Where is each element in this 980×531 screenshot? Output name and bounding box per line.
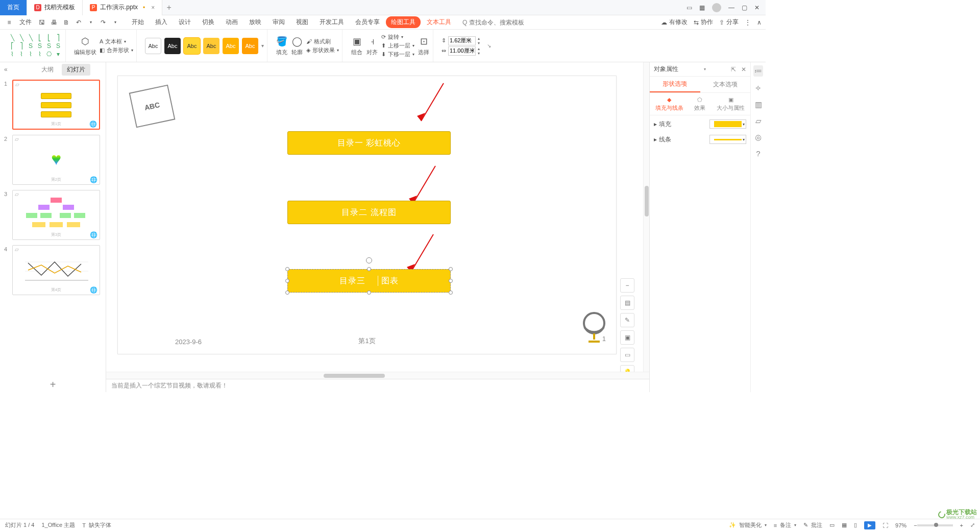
resize-handle[interactable] (367, 267, 371, 271)
toc-bar-3-selected[interactable]: 目录三图表 (287, 269, 451, 293)
ribbon-tab-design[interactable]: 设计 (174, 16, 196, 28)
ribbon-tab-animation[interactable]: 动画 (220, 16, 243, 28)
collab-button[interactable]: ⇆协作 (694, 18, 713, 27)
pin-icon[interactable]: ⇱ (731, 66, 736, 73)
line-tool[interactable]: ⎤ (17, 42, 26, 50)
unsaved-indicator[interactable]: ☁有修改 (661, 18, 688, 27)
user-avatar[interactable] (712, 3, 721, 12)
ribbon-tab-view[interactable]: 视图 (291, 16, 313, 28)
preview-icon[interactable]: 🗎 (61, 17, 71, 28)
ribbon-tab-member[interactable]: 会员专享 (350, 16, 385, 28)
outline-button[interactable]: ◯轮廓 (291, 35, 303, 56)
prop-tab-shape[interactable]: 形状选项 (650, 77, 700, 92)
add-slide-button[interactable]: + (0, 377, 106, 392)
ribbon-tab-transition[interactable]: 切换 (197, 16, 219, 28)
close-tab-icon[interactable]: × (151, 4, 155, 11)
merge-shape-button[interactable]: ◧合并形状▾ (100, 46, 133, 54)
float-minus[interactable]: − (620, 278, 634, 293)
line-tool[interactable]: S (45, 42, 53, 50)
tab-current-file[interactable]: P 工作演示.pptx • × (83, 0, 162, 15)
line-tool[interactable]: ⌇ (17, 51, 26, 58)
height-input[interactable] (448, 36, 476, 45)
strip-properties-icon[interactable]: ≔ (753, 65, 763, 77)
thumb-4[interactable]: 4 ▱ 第4页🌐 (4, 245, 102, 295)
ribbon-tab-drawing-tools[interactable]: 绘图工具 (386, 16, 421, 28)
outline-tab[interactable]: 大纲 (36, 64, 59, 76)
float-frame-icon[interactable]: ▣ (620, 330, 634, 345)
width-input[interactable] (448, 46, 476, 56)
share-button[interactable]: ⇪分享 (719, 18, 739, 27)
edit-shape-button[interactable]: ⬡编辑形状 (74, 35, 96, 56)
step-down[interactable]: ▾ (478, 41, 484, 45)
line-tool[interactable]: ⎤ (54, 34, 62, 41)
step-down[interactable]: ▾ (478, 51, 484, 56)
strip-image-icon[interactable]: ▱ (755, 116, 762, 126)
collapse-ribbon-icon[interactable]: ∧ (757, 19, 762, 26)
line-tool[interactable]: ⌇ (36, 51, 44, 58)
redo-icon[interactable]: ↷ (98, 17, 108, 28)
group-button[interactable]: ▣组合 (351, 35, 363, 56)
textbox-button[interactable]: A文本框▾ (100, 38, 133, 45)
step-up[interactable]: ▴ (478, 46, 484, 51)
fill-section-toggle[interactable]: ▸ 填充 (654, 120, 671, 129)
resize-handle[interactable] (285, 279, 289, 283)
prop-sub-size[interactable]: ▣大小与属性 (717, 96, 745, 112)
line-tool[interactable]: ⎣ (45, 34, 53, 41)
resize-handle[interactable] (449, 267, 453, 271)
toc-bar-1[interactable]: 目录一 彩虹桃心 (287, 131, 451, 155)
style-swatch-2[interactable]: Abc (164, 38, 181, 54)
line-tool[interactable]: ⎣ (36, 34, 44, 41)
minimize-icon[interactable]: — (728, 4, 734, 11)
line-tool[interactable]: ⎔ (45, 51, 53, 58)
ribbon-tab-insert[interactable]: 插入 (150, 16, 173, 28)
fill-color-picker[interactable]: ▾ (709, 119, 746, 129)
prop-sub-fill[interactable]: ◆填充与线条 (655, 96, 683, 112)
file-menu[interactable]: 文件 (16, 17, 35, 28)
step-up[interactable]: ▴ (478, 36, 484, 41)
more-icon[interactable]: ⋮ (745, 19, 751, 26)
close-window-icon[interactable]: ✕ (754, 4, 760, 11)
thumb-2[interactable]: 2 ▱ ♥ 第2页🌐 (4, 135, 102, 185)
scrollbar-horizontal[interactable] (106, 372, 649, 379)
line-tool[interactable]: S (27, 42, 35, 50)
style-swatch-5[interactable]: Abc (223, 38, 239, 54)
line-tool[interactable]: S (36, 42, 44, 50)
resize-handle[interactable] (449, 291, 453, 295)
line-tool[interactable]: ⌇ (8, 51, 16, 58)
ribbon-tab-start[interactable]: 开始 (127, 16, 149, 28)
resize-handle[interactable] (367, 291, 371, 295)
command-search[interactable]: Q (462, 19, 525, 26)
ribbon-tab-text-tools[interactable]: 文本工具 (422, 16, 456, 28)
line-tool[interactable]: ╲ (27, 34, 35, 41)
ribbon-tab-slideshow[interactable]: 放映 (244, 16, 266, 28)
resize-handle[interactable] (449, 279, 453, 283)
prop-sub-fx[interactable]: ⬠效果 (694, 96, 705, 112)
hamburger-icon[interactable]: ≡ (4, 17, 14, 28)
align-button[interactable]: ⫞对齐 (366, 35, 378, 56)
format-painter-button[interactable]: 🖌格式刷 (306, 38, 339, 45)
search-input[interactable] (469, 19, 525, 26)
collapse-outline-icon[interactable]: « (4, 66, 8, 73)
tab-home[interactable]: 首页 (0, 0, 27, 15)
notes-bar[interactable]: 当前是插入一个综艺节目视频，敬请观看！ (106, 379, 649, 392)
line-color-picker[interactable]: ▾ (709, 135, 746, 144)
tab-templates[interactable]: D 找稻壳模板 (27, 0, 83, 15)
style-swatch-1[interactable]: Abc (145, 38, 161, 54)
line-tool[interactable]: ╲ (17, 34, 26, 41)
apps-icon[interactable]: ▦ (699, 4, 705, 11)
select-pane-button[interactable]: ⊡选择 (418, 35, 430, 56)
swatch-more-icon[interactable]: ▾ (261, 43, 264, 49)
toc-bar-2[interactable]: 目录二 流程图 (287, 201, 451, 224)
line-tool[interactable]: ⎡ (8, 42, 16, 50)
new-tab-button[interactable]: + (162, 3, 176, 12)
slide-canvas[interactable]: ABC 目录一 彩虹桃心 目录二 流程图 (117, 76, 617, 354)
forward-button[interactable]: ⬆上移一层▾ (381, 42, 414, 50)
slides-tab[interactable]: 幻灯片 (62, 64, 90, 76)
float-layers-icon[interactable]: ▤ (620, 296, 634, 310)
line-tool[interactable]: S (54, 42, 62, 50)
fill-button[interactable]: 🪣填充 (276, 35, 288, 56)
resize-handle[interactable] (285, 291, 289, 295)
line-tool[interactable]: ⌇ (27, 51, 35, 58)
maximize-icon[interactable]: ▢ (742, 4, 747, 11)
undo-dropdown-icon[interactable]: ▾ (86, 17, 96, 28)
